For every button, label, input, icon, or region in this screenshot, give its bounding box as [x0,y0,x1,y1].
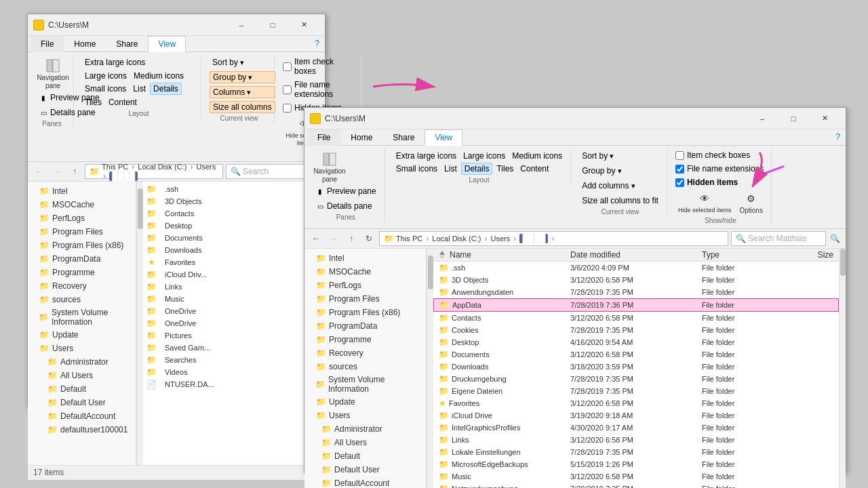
col-type-2[interactable]: Type [696,249,798,261]
filename-ext-chk-1[interactable]: File name extensions [283,79,355,100]
minimize-btn-1[interactable]: – [226,14,257,36]
close-btn-2[interactable]: ✕ [809,108,840,129]
filename-ext-chk-2[interactable]: File name extensions [675,163,764,174]
file-row-desktop-2[interactable]: 📁Desktop 4/16/2020 9:54 AM File folder [433,336,839,348]
file-row-eigene-2[interactable]: 📁Eigene Dateien 7/28/2019 7:35 PM File f… [433,385,839,397]
sidebar-item-recovery-2[interactable]: 📁 Recovery [304,346,426,360]
file-row-druck-2[interactable]: 📁Druckumgebung 7/28/2019 7:35 PM File fo… [433,373,839,385]
sidebar-item-admin-2[interactable]: 📁 Administrator [304,422,426,436]
file-row-icloud-1[interactable]: 📁 iCloud Driv... [146,268,322,281]
item-checkboxes-input-2[interactable] [675,151,684,160]
col-date-2[interactable]: Date modified [565,249,696,261]
filename-ext-input-2[interactable] [675,165,684,174]
large-icons-btn-2[interactable]: Large icons [460,150,508,162]
group-by-btn-2[interactable]: Group by ▾ [579,165,661,177]
file-row-ssh-1[interactable]: 📁 .ssh [146,183,322,195]
sort-by-btn-1[interactable]: Sort by ▾ [210,56,275,68]
file-row-desktop-1[interactable]: 📁 Desktop [146,220,322,232]
up-btn-1[interactable]: ↑ [67,164,82,179]
sidebar-item-programdata-1[interactable]: 📁 ProgramData [28,252,136,266]
back-btn-2[interactable]: ← [309,231,323,246]
sidebar-item-update-1[interactable]: 📁 Update [28,328,136,342]
sidebar-item-perflogs-2[interactable]: 📁 PerfLogs [304,279,426,292]
list-btn-1[interactable]: List [130,83,149,95]
sidebar-item-msocache-1[interactable]: 📁 MSOCache [28,198,136,211]
file-row-links-1[interactable]: 📁 Links [146,281,322,293]
group-by-btn-1[interactable]: Group by ▾ [210,71,275,83]
file-row-onedrive1-1[interactable]: 📁 OneDrive [146,305,322,317]
search-submit-2[interactable]: 🔍 [829,232,842,245]
tab-view-1[interactable]: View [148,36,186,52]
details-btn-2[interactable]: Details [461,163,493,175]
navigation-pane-btn-1[interactable]: Navigation pane [36,56,70,92]
sidebar-item-admin-1[interactable]: 📁 Administrator [28,355,136,369]
file-row-documents-2[interactable]: 📁Documents 3/12/2020 6:58 PM File folder [433,348,839,361]
help-btn-2[interactable]: ? [833,129,843,145]
file-row-cookies-2[interactable]: 📁Cookies 7/28/2019 7:35 PM File folder [433,324,839,336]
file-row-documents-1[interactable]: 📁 Documents [146,232,322,244]
sidebar-item-programme-1[interactable]: 📁 Programme [28,266,136,279]
sidebar-item-intel-1[interactable]: 📁 Intel [28,184,136,198]
sidebar-item-upd-2[interactable]: 📁 Update [304,395,426,409]
file-row-downloads-2[interactable]: 📁Downloads 3/18/2020 3:59 PM File folder [433,361,839,373]
forward-btn-1[interactable]: → [50,164,64,179]
item-checkboxes-chk-2[interactable]: Item check boxes [675,150,764,161]
add-columns-btn-2[interactable]: Add columns ▾ [579,180,661,192]
sort-by-btn-2[interactable]: Sort by ▾ [579,150,661,162]
file-row-videos-1[interactable]: 📁 Videos [146,366,322,378]
forward-btn-2[interactable]: → [326,231,341,246]
sidebar-item-defaultuser100001-1[interactable]: 📁 defaultuser100001 [28,423,136,436]
file-row-downloads-1[interactable]: 📁 Downloads [146,244,322,256]
sidebar-item-default-1[interactable]: 📁 Default [28,382,136,396]
sidebar-item-sources-2[interactable]: 📁 sources [304,360,426,373]
preview-pane-btn-2[interactable]: ▮ Preview pane [313,185,379,197]
medium-icons-btn-2[interactable]: Medium icons [509,150,565,162]
file-row-ssh-2[interactable]: 📁.ssh 3/6/2020 4:09 PM File folder [433,262,839,274]
size-all-columns-btn-2[interactable]: Size all columns to fit [579,195,661,207]
sidebar-item-defaultuser-1[interactable]: 📁 Default User [28,396,136,409]
hide-selected-btn-2[interactable]: 👁 Hide selected items [675,189,734,216]
file-row-ntuser-1[interactable]: 📄 NTUSER.DA... [146,378,322,390]
sidebar-item-users-1[interactable]: 📁 Users [28,342,136,355]
file-row-3d-1[interactable]: 📁 3D Objects [146,195,322,207]
hidden-items-input-2[interactable] [675,178,684,187]
file-row-icloud-2[interactable]: 📁iCloud Drive 3/19/2020 9:18 AM File fol… [433,409,839,422]
item-checkboxes-input-1[interactable] [283,62,292,71]
minimize-btn-2[interactable]: – [747,108,778,129]
tiles-btn-2[interactable]: Tiles [494,163,516,175]
file-row-appdata-2[interactable]: 📁AppData 7/28/2019 7:36 PM File folder [433,298,839,312]
columns-btn-1[interactable]: Columns ▾ [210,86,275,98]
file-row-lokale-2[interactable]: 📁Lokale Einstellungen 7/28/2019 7:35 PM … [433,446,839,458]
col-size-2[interactable]: Size [798,249,840,261]
file-row-onedrive2-1[interactable]: 📁 OneDrive [146,317,322,329]
details-pane-btn-2[interactable]: ▭ Details pane [313,200,379,212]
address-bar-2[interactable]: 📁 This PC › Local Disk (C:) › Users › ██… [379,231,728,246]
options-btn-2[interactable]: ⚙ Options [736,189,765,216]
scrollbar-thumb-2[interactable] [428,256,433,289]
maximize-btn-1[interactable]: □ [257,14,288,36]
file-row-links-2[interactable]: 📁Links 3/12/2020 6:58 PM File folder [433,434,839,446]
sidebar-item-da-2[interactable]: 📁 DefaultAccount [304,476,426,488]
sidebar-item-prog-2[interactable]: 📁 Programme [304,333,426,346]
file-row-searches-1[interactable]: 📁 Searches [146,354,322,366]
sidebar-item-pf-2[interactable]: 📁 Program Files [304,292,426,306]
file-row-pictures-1[interactable]: 📁 Pictures [146,329,322,342]
item-checkboxes-chk-1[interactable]: Item check boxes [283,56,355,77]
file-row-savedgames-1[interactable]: 📁 Saved Gam... [146,342,322,354]
sidebar-item-programfilesx86-1[interactable]: 📁 Program Files (x86) [28,239,136,252]
tab-home-2[interactable]: Home [340,129,382,146]
up-btn-2[interactable]: ↑ [344,231,359,246]
main-scrollbar-thumb-2[interactable] [840,249,846,276]
file-row-music-1[interactable]: 📁 Music [146,293,322,305]
file-row-anwendung-2[interactable]: 📁Anwendungsdaten 7/28/2019 7:35 PM File … [433,286,839,298]
tab-file-2[interactable]: File [307,129,340,146]
window-2[interactable]: C:\Users\M – □ ✕ File Home Share View ? [304,107,846,473]
tab-share-2[interactable]: Share [382,129,425,146]
sidebar-item-allusers-2[interactable]: 📁 All Users [304,436,426,449]
window-1[interactable]: C:\Users\M – □ ✕ File Home Share View ? [27,14,326,407]
sidebar-item-users-2[interactable]: 📁 Users [304,409,426,422]
extra-large-icons-btn-2[interactable]: Extra large icons [393,150,459,162]
extra-large-icons-btn-1[interactable]: Extra large icons [82,56,148,68]
large-icons-btn-1[interactable]: Large icons [82,70,130,82]
file-row-netz-2[interactable]: 📁Netzwerkumgebung 7/28/2019 7:35 PM File… [433,483,839,488]
